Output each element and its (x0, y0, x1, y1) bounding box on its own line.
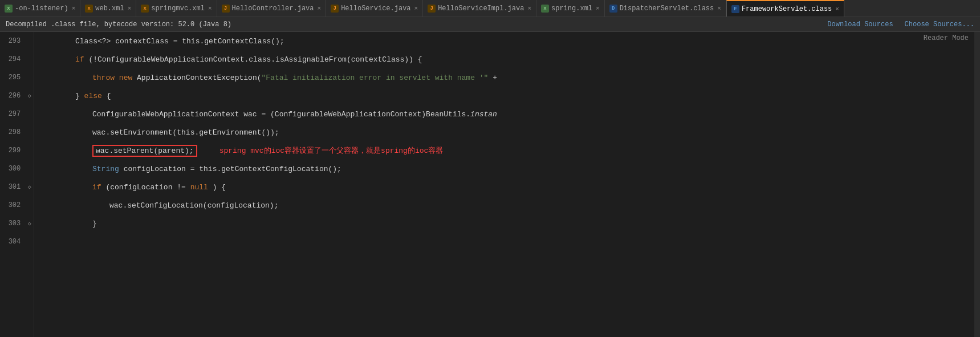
gutter-row-302: 302 (0, 196, 34, 214)
tab-hello-service-impl[interactable]: J HelloServiceImpl.java × (423, 0, 536, 17)
tab-icon-hello-service-impl: J (428, 5, 436, 13)
gutter-row-295: 295 (0, 68, 34, 87)
tab-listener[interactable]: x -on-listener) × (0, 0, 80, 17)
gutter-row-299: 299 (0, 141, 34, 160)
tab-icon-hello-service: J (331, 5, 339, 13)
code-line-295: throw new ApplicationContextException("F… (34, 68, 974, 87)
close-tab-listener[interactable]: × (72, 5, 76, 12)
code-line-299: wac.setParent(parent); spring mvc的ioc容器设… (34, 141, 974, 160)
tab-dispatcher-servlet[interactable]: D DispatcherServlet.class × (605, 0, 726, 17)
tab-framework-servlet[interactable]: F FrameworkServlet.class × (726, 0, 844, 17)
tab-icon-framework-servlet: F (731, 5, 739, 13)
gutter-row-297: 297 (0, 105, 34, 123)
tab-icon-hello-controller: J (222, 5, 230, 13)
code-line-297: ConfigurableWebApplicationContext wac = … (34, 105, 974, 123)
code-line-294: if (!ConfigurableWebApplicationContext.c… (34, 50, 974, 68)
tab-spring-xml[interactable]: x spring.xml × (536, 0, 605, 17)
gutter-row-294: 294 (0, 50, 34, 68)
code-line-296: } else { (34, 87, 974, 105)
tab-icon-dispatcher-servlet: D (609, 5, 617, 13)
gutter-row-296: 296 ◇ (0, 87, 34, 105)
code-line-301: if (configLocation != null ) { (34, 178, 974, 196)
close-tab-web-xml[interactable]: × (128, 5, 132, 12)
code-line-302: wac.setConfigLocation(configLocation); (34, 196, 974, 214)
tab-icon-springmvc-xml: x (141, 5, 149, 13)
close-tab-dispatcher-servlet[interactable]: × (717, 5, 721, 12)
gutter-row-298: 298 (0, 123, 34, 141)
gutter-row-303: 303 ◇ (0, 214, 34, 233)
gutter-row-293: 293 (0, 32, 34, 50)
tab-icon-listener: x (5, 5, 13, 13)
close-tab-hello-service-impl[interactable]: × (527, 5, 531, 12)
tab-springmvc-xml[interactable]: x springmvc.xml × (136, 0, 217, 17)
decompile-info-text: Decompiled .class file, bytecode version… (6, 21, 231, 29)
tab-bar: x -on-listener) × x web.xml × x springmv… (0, 0, 980, 17)
code-area: 293 294 295 296 ◇ 297 298 299 300 (0, 32, 980, 337)
line-number-gutter: 293 294 295 296 ◇ 297 298 299 300 (0, 32, 34, 337)
gutter-row-304: 304 (0, 233, 34, 251)
vertical-scrollbar[interactable] (974, 32, 980, 337)
close-tab-hello-service[interactable]: × (414, 5, 418, 12)
close-tab-hello-controller[interactable]: × (318, 5, 322, 12)
gutter-row-300: 300 (0, 160, 34, 178)
highlighted-code-box: wac.setParent(parent); (92, 145, 197, 157)
close-tab-spring-xml[interactable]: × (596, 5, 600, 12)
code-line-303: } (34, 214, 974, 233)
code-line-293: Class<?> contextClass = this.getContextC… (34, 32, 974, 50)
info-bar: Decompiled .class file, bytecode version… (0, 17, 980, 32)
tab-hello-controller[interactable]: J HelloController.java × (217, 0, 327, 17)
code-line-304 (34, 233, 974, 251)
code-line-298: wac.setEnvironment(this.getEnvironment()… (34, 123, 974, 141)
download-sources-link[interactable]: Download Sources (827, 21, 893, 29)
tab-hello-service[interactable]: J HelloService.java × (326, 0, 423, 17)
gutter-row-301: 301 ◇ (0, 178, 34, 196)
download-links: Download Sources Choose Sources... (827, 21, 974, 29)
close-tab-springmvc-xml[interactable]: × (208, 5, 212, 12)
code-line-300: String configLocation = this.getContextC… (34, 160, 974, 178)
choose-sources-link[interactable]: Choose Sources... (905, 21, 974, 29)
reader-mode-button[interactable]: Reader Mode (924, 34, 969, 42)
tab-icon-spring-xml: x (541, 5, 549, 13)
close-tab-framework-servlet[interactable]: × (835, 6, 839, 13)
tab-web-xml[interactable]: x web.xml × (80, 0, 136, 17)
tab-icon-web-xml: x (85, 5, 93, 13)
code-content: Reader Mode Class<?> contextClass = this… (34, 32, 974, 337)
